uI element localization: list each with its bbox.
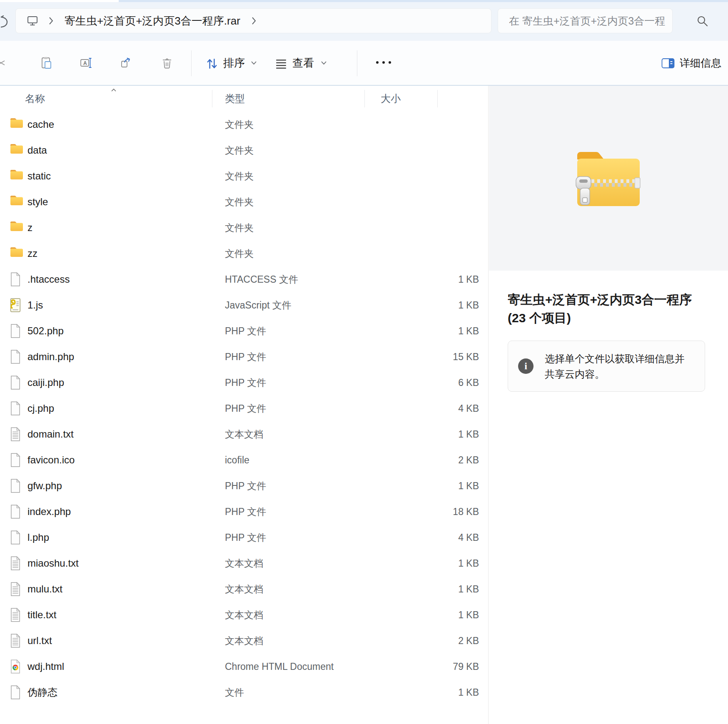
delete-icon[interactable] <box>161 57 173 69</box>
file-row[interactable]: mulu.txt 文本文档 1 KB <box>0 576 488 602</box>
breadcrumb-chevron-icon[interactable] <box>48 16 54 25</box>
more-icon[interactable] <box>376 61 394 65</box>
column-divider[interactable] <box>212 90 212 107</box>
file-type: PHP 文件 <box>225 370 266 396</box>
preview-title: 寄生虫+泛首页+泛内页3合一程序 (23 个项目) <box>508 291 716 327</box>
share-icon[interactable] <box>120 57 132 69</box>
file-size: 18 KB <box>421 499 479 525</box>
file-type: 文件夹 <box>225 163 254 189</box>
file-name: miaoshu.txt <box>27 550 79 576</box>
file-name: static <box>27 163 51 189</box>
rename-icon[interactable]: A <box>80 57 92 69</box>
file-size: 1 KB <box>421 318 479 344</box>
info-icon: i <box>518 358 534 374</box>
file-size <box>421 163 479 189</box>
file-row[interactable]: favicon.ico icofile 2 KB <box>0 447 488 473</box>
file-icon <box>9 453 24 468</box>
column-header-type[interactable]: 类型 <box>225 86 245 112</box>
file-row[interactable]: domain.txt 文本文档 1 KB <box>0 421 488 447</box>
breadcrumb-chevron-icon[interactable] <box>251 16 257 25</box>
file-row[interactable]: cache 文件夹 <box>0 112 488 137</box>
file-size: 1 KB <box>421 550 479 576</box>
file-name: data <box>27 137 47 163</box>
file-row[interactable]: admin.php PHP 文件 15 KB <box>0 344 488 370</box>
file-type: 文件夹 <box>225 137 254 163</box>
file-row[interactable]: 502.php PHP 文件 1 KB <box>0 318 488 344</box>
column-divider[interactable] <box>364 90 365 107</box>
search-text: 在 寄生虫+泛首页+泛内页3合一程 <box>498 9 672 33</box>
cut-icon[interactable] <box>0 57 6 69</box>
file-row[interactable]: 伪静态 文件 1 KB <box>0 679 488 705</box>
toolbar-divider <box>357 50 357 76</box>
file-row[interactable]: z 文件夹 <box>0 215 488 241</box>
sort-button[interactable]: 排序 <box>223 41 245 85</box>
file-row[interactable]: 1.js JavaScript 文件 1 KB <box>0 292 488 318</box>
file-name: 1.js <box>27 292 43 318</box>
text-file-icon <box>9 427 24 442</box>
file-size: 79 KB <box>421 654 479 679</box>
file-row[interactable]: gfw.php PHP 文件 1 KB <box>0 473 488 499</box>
view-icon[interactable] <box>275 58 287 70</box>
file-size <box>421 137 479 163</box>
svg-text:A: A <box>83 60 87 66</box>
file-name: z <box>27 215 32 241</box>
file-row[interactable]: style 文件夹 <box>0 189 488 215</box>
file-row[interactable]: title.txt 文本文档 1 KB <box>0 602 488 628</box>
sort-ascending-icon <box>111 88 117 92</box>
column-header-row: 名称 类型 大小 <box>0 86 488 112</box>
computer-icon <box>27 15 38 27</box>
search-icon[interactable] <box>696 15 709 27</box>
file-row[interactable]: caiji.php PHP 文件 6 KB <box>0 370 488 396</box>
file-row[interactable]: index.php PHP 文件 18 KB <box>0 499 488 525</box>
file-size: 2 KB <box>421 628 479 654</box>
details-pane-icon <box>661 58 675 69</box>
file-name: favicon.ico <box>27 447 75 473</box>
sort-icon[interactable] <box>206 57 218 70</box>
file-row[interactable]: .htaccess HTACCESS 文件 1 KB <box>0 266 488 292</box>
file-size <box>421 189 479 215</box>
column-header-size[interactable]: 大小 <box>381 86 401 112</box>
file-icon <box>9 272 24 287</box>
paste-icon[interactable] <box>40 57 52 69</box>
file-icon <box>9 478 24 493</box>
file-name: domain.txt <box>27 421 74 447</box>
details-pane-label: 详细信息 <box>680 41 721 85</box>
file-row[interactable]: miaoshu.txt 文本文档 1 KB <box>0 550 488 576</box>
file-row[interactable]: data 文件夹 <box>0 137 488 163</box>
file-type: PHP 文件 <box>225 525 266 550</box>
file-size: 4 KB <box>421 525 479 550</box>
file-name: zz <box>27 241 37 266</box>
file-size: 2 KB <box>421 447 479 473</box>
file-row[interactable]: static 文件夹 <box>0 163 488 189</box>
search-input[interactable]: 在 寄生虫+泛首页+泛内页3合一程 <box>498 8 673 33</box>
folder-icon <box>9 220 24 235</box>
text-file-icon <box>9 607 24 622</box>
view-button[interactable]: 查看 <box>292 41 314 85</box>
file-row[interactable]: cj.php PHP 文件 4 KB <box>0 396 488 421</box>
file-size: 1 KB <box>421 266 479 292</box>
file-size: 6 KB <box>421 370 479 396</box>
file-size: 1 KB <box>421 473 479 499</box>
address-bar[interactable]: 寄生虫+泛首页+泛内页3合一程序.rar <box>15 8 491 33</box>
file-row[interactable]: zz 文件夹 <box>0 241 488 266</box>
file-size: 1 KB <box>421 576 479 602</box>
preview-title-line2: (23 个项目) <box>508 309 716 327</box>
file-row[interactable]: l.php PHP 文件 4 KB <box>0 525 488 550</box>
breadcrumb-segment[interactable]: 寄生虫+泛首页+泛内页3合一程序.rar <box>65 14 240 28</box>
file-size <box>421 241 479 266</box>
details-pane-button[interactable]: 详细信息 <box>661 41 728 85</box>
column-divider[interactable] <box>437 90 438 107</box>
file-icon <box>9 375 24 390</box>
file-name: cj.php <box>27 396 54 421</box>
refresh-icon[interactable] <box>0 15 8 29</box>
file-row[interactable]: url.txt 文本文档 2 KB <box>0 628 488 654</box>
file-size: 1 KB <box>421 421 479 447</box>
file-icon <box>9 323 24 338</box>
info-text: 选择单个文件以获取详细信息并共享云内容。 <box>545 351 691 382</box>
folder-icon <box>9 117 24 132</box>
file-type: 文本文档 <box>225 421 263 447</box>
file-type: PHP 文件 <box>225 473 266 499</box>
column-header-name[interactable]: 名称 <box>25 86 45 112</box>
file-size: 4 KB <box>421 396 479 421</box>
file-row[interactable]: wdj.html Chrome HTML Document 79 KB <box>0 654 488 679</box>
